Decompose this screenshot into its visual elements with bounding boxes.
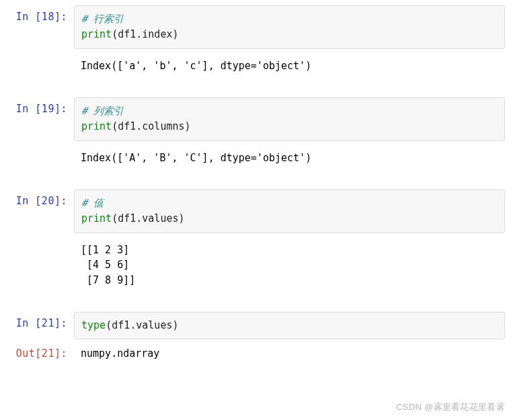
code-args: (df1.columns) — [112, 120, 190, 132]
code-comment: # 行索引 — [81, 13, 124, 25]
stdout-output: Index(['a', 'b', 'c'], dtype='object') — [74, 52, 505, 83]
cell-content: # 列索引 print(df1.columns) — [74, 97, 513, 141]
code-comment: # 值 — [81, 197, 104, 209]
code-input-area[interactable]: type(df1.values) — [74, 312, 505, 339]
output-cell: Index(['A', 'B', 'C'], dtype='object') — [0, 144, 513, 175]
output-cell: Out[21]: numpy.ndarray — [0, 342, 513, 360]
code-input-area[interactable]: # 值 print(df1.values) — [74, 190, 505, 233]
in-prompt: In [18]: — [0, 5, 74, 49]
code-input-area[interactable]: # 列索引 print(df1.columns) — [74, 97, 505, 141]
code-args: (df1.values) — [106, 319, 178, 331]
code-args: (df1.index) — [112, 28, 178, 40]
empty-prompt — [0, 144, 74, 175]
code-args: (df1.values) — [112, 212, 184, 224]
notebook-cell: In [18]: # 行索引 print(df1.index) — [0, 5, 513, 49]
out-prompt: Out[21]: — [0, 342, 74, 360]
output-content: Index(['A', 'B', 'C'], dtype='object') — [74, 144, 513, 175]
output-cell: [[1 2 3] [4 5 6] [7 8 9]] — [0, 236, 513, 298]
output-cell: Index(['a', 'b', 'c'], dtype='object') — [0, 52, 513, 83]
output-content: numpy.ndarray — [74, 342, 513, 360]
code-input-area[interactable]: # 行索引 print(df1.index) — [74, 5, 505, 49]
notebook-cell: In [19]: # 列索引 print(df1.columns) — [0, 97, 513, 141]
empty-prompt — [0, 52, 74, 83]
code-builtin: print — [81, 120, 112, 132]
code-builtin: print — [81, 212, 112, 224]
code-builtin: type — [81, 319, 106, 331]
output-content: Index(['a', 'b', 'c'], dtype='object') — [74, 52, 513, 83]
notebook-cell: In [20]: # 值 print(df1.values) — [0, 190, 513, 233]
stdout-output: [[1 2 3] [4 5 6] [7 8 9]] — [74, 236, 505, 298]
code-comment: # 列索引 — [81, 105, 124, 117]
empty-prompt — [0, 236, 74, 298]
cell-content: # 值 print(df1.values) — [74, 190, 513, 233]
cell-content: # 行索引 print(df1.index) — [74, 5, 513, 49]
stdout-output: Index(['A', 'B', 'C'], dtype='object') — [74, 144, 505, 175]
cell-content: type(df1.values) — [74, 312, 513, 339]
result-output: numpy.ndarray — [74, 342, 505, 360]
in-prompt: In [21]: — [0, 312, 74, 339]
in-prompt: In [20]: — [0, 190, 74, 233]
output-content: [[1 2 3] [4 5 6] [7 8 9]] — [74, 236, 513, 298]
in-prompt: In [19]: — [0, 97, 74, 141]
code-builtin: print — [81, 28, 112, 40]
notebook-cell: In [21]: type(df1.values) — [0, 312, 513, 339]
